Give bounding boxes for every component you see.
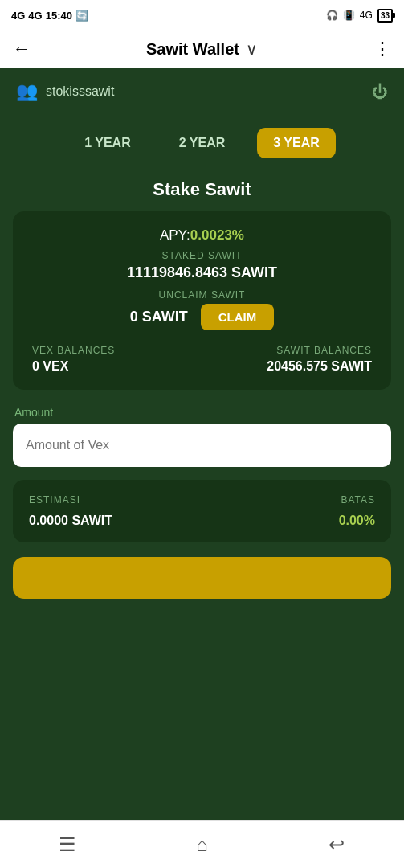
status-bar: 4G 4G 15:40 🔄 🎧 📳 4G 33 xyxy=(0,0,404,31)
back-button[interactable]: ← xyxy=(13,39,31,59)
unclaim-row: 0 SAWIT CLAIM xyxy=(32,304,372,330)
chevron-down-icon[interactable]: ∨ xyxy=(246,39,258,59)
staked-value: 11119846.8463 SAWIT xyxy=(32,264,372,281)
tab-1year[interactable]: 1 YEAR xyxy=(68,128,147,158)
estimasi-card: ESTIMASI BATAS 0.0000 SAWIT 0.00% xyxy=(13,480,391,542)
amount-section: Amount xyxy=(13,406,391,467)
stake-card: APY:0.0023% STAKED SAWIT 11119846.8463 S… xyxy=(13,211,391,390)
status-left: 4G 4G 15:40 🔄 xyxy=(11,10,88,22)
status-right: 🎧 📳 4G 33 xyxy=(326,9,393,23)
unclaim-label: UNCLAIM SAWIT xyxy=(32,289,372,301)
sawit-balance-value: 20456.575 SAWIT xyxy=(267,359,372,374)
time: 15:40 xyxy=(46,10,72,22)
apy-label: APY: xyxy=(160,227,190,243)
amount-label: Amount xyxy=(13,406,391,419)
unclaim-amount: 0 SAWIT xyxy=(130,309,188,326)
signal-4g-2: 4G xyxy=(28,10,42,22)
user-icon: 👥 xyxy=(16,81,38,102)
estimasi-header: ESTIMASI BATAS xyxy=(29,494,375,506)
user-info: 👥 stokisssawit xyxy=(16,81,114,102)
staked-label: STAKED SAWIT xyxy=(32,250,372,261)
tab-3year[interactable]: 3 YEAR xyxy=(257,128,336,158)
nav-home-icon[interactable]: ⌂ xyxy=(182,825,222,865)
app-title: Sawit Wallet xyxy=(146,40,239,59)
network-4g: 4G xyxy=(360,10,373,21)
estimasi-value: 0.0000 SAWIT xyxy=(29,514,112,528)
nav-back-icon[interactable]: ↩ xyxy=(316,825,357,865)
amount-input[interactable] xyxy=(13,424,391,467)
signal-4g-1: 4G xyxy=(11,10,25,22)
estimasi-values: 0.0000 SAWIT 0.00% xyxy=(29,514,375,528)
year-tabs: 1 YEAR 2 YEAR 3 YEAR xyxy=(0,115,404,171)
apy-row: APY:0.0023% xyxy=(32,227,372,244)
bottom-btn-area xyxy=(0,542,404,607)
nav-menu-icon[interactable]: ☰ xyxy=(47,825,88,865)
vex-balance-value: 0 VEX xyxy=(32,359,68,374)
stake-button[interactable] xyxy=(13,557,391,599)
app-header: ← Sawit Wallet ∨ ⋮ xyxy=(0,31,404,68)
estimasi-label: ESTIMASI xyxy=(29,494,80,506)
batas-value: 0.00% xyxy=(339,514,375,528)
section-title: Stake Sawit xyxy=(0,171,404,211)
headphone-icon: 🎧 xyxy=(326,10,338,21)
vex-balance-col: VEX balances 0 VEX xyxy=(32,345,115,374)
nav-bar: ☰ ⌂ ↩ xyxy=(0,820,404,868)
balances-row: VEX balances 0 VEX SAWIT balances 20456.… xyxy=(32,345,372,374)
header-center: Sawit Wallet ∨ xyxy=(146,39,258,59)
batas-label: BATAS xyxy=(341,494,375,506)
sawit-balance-label: SAWIT balances xyxy=(276,345,372,356)
username: stokisssawit xyxy=(46,84,114,99)
vex-balance-label: VEX balances xyxy=(32,345,115,356)
sync-icon: 🔄 xyxy=(75,10,88,22)
vibrate-icon: 📳 xyxy=(343,10,355,21)
menu-button[interactable]: ⋮ xyxy=(373,39,391,59)
apy-value: 0.0023% xyxy=(190,227,244,243)
sawit-balance-col: SAWIT balances 20456.575 SAWIT xyxy=(267,345,372,374)
power-button[interactable]: ⏻ xyxy=(372,83,388,101)
battery-icon: 33 xyxy=(377,9,393,23)
claim-button[interactable]: CLAIM xyxy=(201,304,275,330)
main-content: 👥 stokisssawit ⏻ 1 YEAR 2 YEAR 3 YEAR St… xyxy=(0,68,404,820)
tab-2year[interactable]: 2 YEAR xyxy=(163,128,242,158)
user-row: 👥 stokisssawit ⏻ xyxy=(0,68,404,115)
